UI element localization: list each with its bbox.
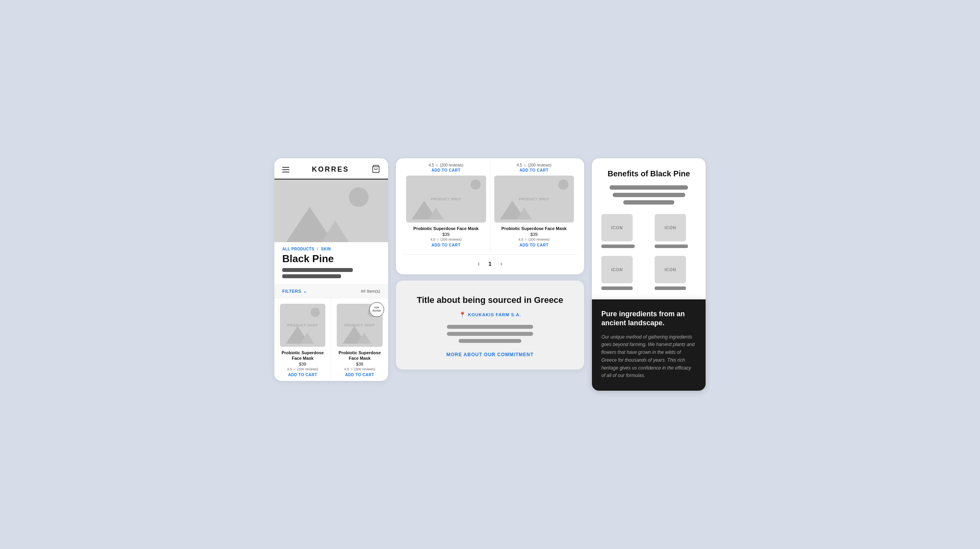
description-lines [274, 268, 388, 284]
sourcing-description-lines [408, 325, 572, 343]
page-title: Black Pine [274, 253, 388, 268]
list-item-1-add-to-cart-top[interactable]: ADD TO CART [406, 168, 486, 172]
panel-mobile: KORRES ALL PRODUCTS / SKIN Black Pine FI… [274, 158, 388, 381]
benefits-icon-grid: ICON ICON ICON ICON [601, 214, 696, 290]
panel-middle: 4.5 ☆ (200 reviews) ADD TO CART PRODUCT … [396, 158, 584, 370]
list-item-1-add-to-cart[interactable]: ADD TO CART [406, 243, 486, 247]
item-count: ## Item(s) [361, 289, 380, 294]
benefit-icon-4: ICON [655, 256, 686, 283]
product-2-price: $39 [337, 362, 383, 366]
list-item-1: 4.5 ☆ (200 reviews) ADD TO CART PRODUCT … [402, 158, 490, 251]
next-page-button[interactable]: › [498, 259, 505, 268]
benefits-header-lines [601, 185, 696, 205]
sourcing-line-3 [459, 339, 521, 343]
sourcing-line-1 [447, 325, 533, 329]
list-item-2-price: $39 [494, 232, 574, 237]
sourcing-line-2 [447, 332, 533, 336]
location-text: KOUKAKIS FARM S.A. [468, 312, 521, 317]
desc-line-2 [282, 274, 341, 278]
benefit-label-3 [601, 286, 633, 290]
sourcing-panel: Title about being sourced in Greece 📍 KO… [396, 281, 584, 370]
list-item-2-image: PRODUCT SHOT [494, 176, 574, 223]
bhl-1 [610, 185, 688, 190]
benefit-item-1: ICON [601, 214, 643, 248]
brand-logo: KORRES [312, 165, 349, 174]
breadcrumb-sep: / [317, 247, 318, 251]
benefit-item-3: ICON [601, 256, 643, 290]
location-row: 📍 KOUKAKIS FARM S.A. [408, 312, 572, 318]
location-icon: 📍 [459, 312, 466, 318]
benefit-icon-2: ICON [655, 214, 686, 241]
list-item-2: 4.5 ☆ (200 reviews) ADD TO CART PRODUCT … [490, 158, 578, 251]
hamburger-icon[interactable] [282, 167, 289, 172]
product-list-top-items: 4.5 ☆ (200 reviews) ADD TO CART PRODUCT … [402, 158, 578, 251]
filter-bar: FILTERS ⌄ ## Item(s) [274, 284, 388, 298]
current-page: 1 [488, 261, 492, 267]
benefits-panel: Benefits of Black Pine ICON ICON ICON [592, 158, 706, 299]
desc-line-1 [282, 268, 353, 272]
prev-page-button[interactable]: ‹ [475, 259, 482, 268]
product-list-panel: 4.5 ☆ (200 reviews) ADD TO CART PRODUCT … [396, 158, 584, 274]
benefit-label-1 [601, 245, 635, 248]
benefits-title: Benefits of Black Pine [601, 169, 696, 178]
panel-right: Benefits of Black Pine ICON ICON ICON [592, 158, 706, 391]
mobile-product-card-1: PRODUCT SHOT Probiotic Superdose Face Ma… [274, 298, 331, 381]
breadcrumb: ALL PRODUCTS / SKIN [274, 242, 388, 253]
product-1-name: Probiotic Superdose Face Mask [280, 350, 325, 361]
benefit-label-4 [655, 286, 686, 290]
product-1-add-to-cart[interactable]: ADD TO CART [280, 373, 325, 377]
dark-body: Our unique method of gathering ingredien… [601, 333, 696, 380]
more-commitment-link[interactable]: MORE ABOUT OUR COMMITMENT [446, 352, 534, 357]
benefit-icon-1: ICON [601, 214, 633, 241]
breadcrumb-all[interactable]: ALL PRODUCTS [282, 247, 314, 251]
dark-heading: Pure ingredients from an ancient landsca… [601, 310, 696, 328]
breadcrumb-current[interactable]: SKIN [321, 247, 331, 251]
list-item-1-price: $39 [406, 232, 486, 237]
list-item-2-rating: 4.5 ☆ (200 reviews) [494, 237, 574, 241]
list-item-2-add-to-cart[interactable]: ADD TO CART [494, 243, 574, 247]
cart-icon[interactable] [372, 165, 380, 175]
bhl-3 [623, 200, 674, 205]
list-item-2-name: Probiotic Superdose Face Mask [494, 226, 574, 231]
benefit-icon-3: ICON [601, 256, 633, 283]
product-grid-mobile: PRODUCT SHOT Probiotic Superdose Face Ma… [274, 298, 388, 381]
dark-panel: Pure ingredients from an ancient landsca… [592, 299, 706, 391]
list-item-1-rating: 4.5 ☆ (200 reviews) [406, 237, 486, 241]
benefit-label-2 [655, 245, 688, 248]
product-2-name: Probiotic Superdose Face Mask [337, 350, 383, 361]
list-item-1-name: Probiotic Superdose Face Mask [406, 226, 486, 231]
main-container: KORRES ALL PRODUCTS / SKIN Black Pine FI… [274, 158, 706, 391]
top-rated-badge: TOP RATED [369, 302, 384, 317]
product-2-rating: 4.5 ☆ (200 reviews) [337, 367, 383, 371]
hero-image [274, 179, 388, 242]
filters-button[interactable]: FILTERS ⌄ [282, 289, 307, 294]
sourcing-title: Title about being sourced in Greece [408, 295, 572, 306]
list-item-1-image: PRODUCT SHOT [406, 176, 486, 223]
product-1-rating: 4.5 ☆ (200 reviews) [280, 367, 325, 371]
mobile-header: KORRES [274, 158, 388, 179]
benefit-item-2: ICON [655, 214, 696, 248]
pagination: ‹ 1 › [402, 254, 578, 268]
list-item-1-rating-top: 4.5 ☆ (200 reviews) [406, 163, 486, 167]
product-1-price: $39 [280, 362, 325, 366]
product-1-image: PRODUCT SHOT [280, 304, 325, 347]
bhl-2 [613, 193, 685, 197]
benefit-item-4: ICON [655, 256, 696, 290]
mobile-product-card-2: TOP RATED PRODUCT SHOT Probiotic Superdo… [331, 298, 388, 381]
list-item-2-rating-top: 4.5 ☆ (200 reviews) [494, 163, 574, 167]
list-item-2-add-to-cart-top[interactable]: ADD TO CART [494, 168, 574, 172]
product-2-add-to-cart[interactable]: ADD TO CART [337, 373, 383, 377]
